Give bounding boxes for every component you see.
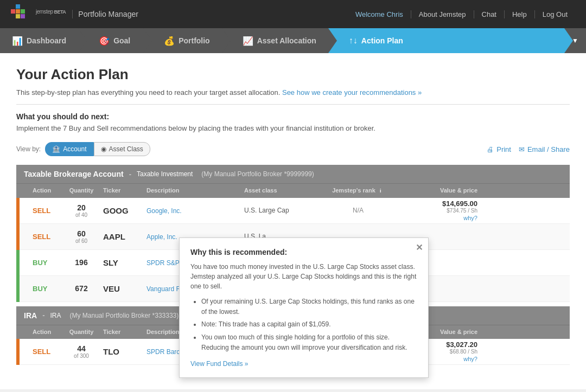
tooltip-popup: ✕ Why this is recommended: You have too … bbox=[179, 237, 429, 378]
print-link[interactable]: Print bbox=[487, 145, 511, 153]
top-nav-links: Welcome Chris About Jemstep Chat Help Lo… bbox=[348, 10, 575, 18]
row-qty-tlo: 44 of 300 bbox=[60, 344, 103, 359]
why-link-goog[interactable]: why? bbox=[463, 215, 477, 221]
table-header: Action Quantity Ticker Description Asset… bbox=[16, 183, 570, 198]
recommendations-link[interactable]: See how we create your recommendations » bbox=[282, 88, 422, 97]
header-ticker-ira: Ticker bbox=[103, 329, 146, 336]
row-action-sell: SELL bbox=[16, 207, 60, 215]
tooltip-bullet: You own too much of this single holding … bbox=[201, 332, 417, 353]
logo-area: jemstepBETA Portfolio Manager bbox=[11, 4, 138, 24]
asset-class-icon: ◉ bbox=[101, 145, 106, 153]
view-by-controls: View by: 🏦 Account ◉ Asset Class bbox=[16, 142, 150, 156]
beta-badge: BETA bbox=[54, 9, 66, 15]
step-arrow bbox=[328, 28, 337, 53]
step-arrow bbox=[143, 28, 152, 53]
view-by-area: View by: 🏦 Account ◉ Asset Class Print E… bbox=[16, 142, 570, 156]
view-right-actions: Print Email / Share bbox=[487, 145, 570, 153]
rank-info-icon[interactable]: i bbox=[377, 188, 384, 195]
row-action-buy-veu: BUY bbox=[16, 285, 60, 293]
step-portfolio-label: Portfolio bbox=[179, 36, 210, 45]
row-ticker-tlo: TLO bbox=[103, 347, 146, 356]
view-fund-details-link[interactable]: View Fund Details » bbox=[190, 360, 249, 368]
section-divider bbox=[16, 104, 570, 105]
step-portfolio[interactable]: 💰 Portfolio bbox=[143, 28, 222, 53]
row-qty-sly: 196 bbox=[60, 258, 103, 267]
asset-allocation-icon: 📈 bbox=[243, 36, 253, 46]
about-jemstep-link[interactable]: About Jemstep bbox=[411, 10, 474, 18]
action-plan-icon: ↑↓ bbox=[349, 36, 358, 46]
step-action-plan[interactable]: ↑↓ Action Plan bbox=[328, 28, 564, 53]
account-name-taxable: Taxable Brokerage Account bbox=[24, 170, 124, 178]
page-title: Your Action Plan bbox=[16, 66, 570, 83]
portfolio-icon: 💰 bbox=[164, 36, 175, 46]
page-subtitle: This step-by-step plan has everything yo… bbox=[16, 88, 570, 97]
step-asset-allocation-label: Asset Allocation bbox=[257, 36, 316, 45]
row-qty-aapl: 60 of 60 bbox=[60, 229, 103, 244]
account-icon: 🏦 bbox=[52, 145, 60, 153]
step-dashboard-label: Dashboard bbox=[27, 36, 66, 45]
account-broker-taxable: (My Manual Portfolio Broker *9999999) bbox=[201, 170, 314, 178]
header-action-ira: Action bbox=[16, 329, 60, 336]
step-dashboard[interactable]: 📊 Dashboard bbox=[0, 28, 78, 53]
welcome-user: Welcome Chris bbox=[348, 10, 411, 18]
header-quantity: Quantity bbox=[60, 187, 103, 195]
row-qty: 20 of 40 bbox=[60, 203, 103, 218]
header-rank: Jemstep's rank i bbox=[315, 187, 402, 195]
row-desc-link-aapl[interactable]: Apple, Inc. bbox=[146, 233, 177, 241]
tooltip-bullets: Of your remaining U.S. Large Cap Stocks … bbox=[190, 297, 417, 353]
row-desc-goog: Google, Inc. bbox=[146, 207, 244, 215]
tooltip-title: Why this is recommended: bbox=[190, 248, 417, 256]
step-asset-allocation[interactable]: 📈 Asset Allocation bbox=[222, 28, 328, 53]
row-action-sell-tlo: SELL bbox=[16, 348, 60, 356]
account-name-ira: IRA bbox=[24, 311, 37, 320]
email-share-link[interactable]: Email / Share bbox=[519, 145, 570, 153]
buy-indicator bbox=[16, 276, 20, 302]
logout-link[interactable]: Log Out bbox=[535, 10, 575, 18]
tooltip-main-text: You have too much money invested in the … bbox=[190, 262, 417, 291]
step-action-plan-label: Action Plan bbox=[361, 36, 403, 45]
row-ticker-veu: VEU bbox=[103, 284, 146, 293]
what-next-description: Implement the 7 Buy and Sell recommendat… bbox=[16, 124, 570, 132]
logo-icon bbox=[11, 4, 30, 24]
account-header-taxable: Taxable Brokerage Account - Taxable Inve… bbox=[16, 165, 570, 183]
portfolio-manager-label: Portfolio Manager bbox=[72, 10, 138, 18]
what-next-label: What you should do next: bbox=[16, 112, 570, 121]
header-ticker: Ticker bbox=[103, 187, 146, 195]
tooltip-bullet: Note: This trade has a capital gain of $… bbox=[201, 319, 417, 330]
view-by-asset-class-button[interactable]: ◉ Asset Class bbox=[94, 142, 150, 156]
row-asset-goog: U.S. Large Cap bbox=[244, 207, 315, 214]
header-value: Value & price bbox=[402, 187, 483, 195]
row-value-goog: $14,695.00 $734.75 / Sh why? bbox=[402, 200, 483, 222]
view-by-label: View by: bbox=[16, 145, 41, 153]
row-qty-veu: 672 bbox=[60, 284, 103, 293]
chat-link[interactable]: Chat bbox=[474, 10, 505, 18]
table-row: SELL 20 of 40 GOOG Google, Inc. U.S. Lar… bbox=[16, 198, 570, 224]
dashboard-icon: 📊 bbox=[12, 36, 23, 46]
sell-indicator bbox=[16, 224, 20, 250]
email-icon bbox=[519, 145, 525, 153]
goal-icon: 🎯 bbox=[99, 36, 110, 46]
logo-name: jemstepBETA bbox=[35, 7, 66, 21]
row-ticker-aapl: AAPL bbox=[103, 232, 146, 241]
step-goal[interactable]: 🎯 Goal bbox=[78, 28, 143, 53]
row-action-buy-sly: BUY bbox=[16, 259, 60, 267]
header-quantity-ira: Quantity bbox=[60, 329, 103, 336]
step-arrow bbox=[222, 28, 231, 53]
help-link[interactable]: Help bbox=[505, 10, 535, 18]
tooltip-bullet: Of your remaining U.S. Large Cap Stocks … bbox=[201, 297, 417, 317]
step-navigation: 📊 Dashboard 🎯 Goal 💰 Portfolio 📈 Asset A… bbox=[0, 28, 586, 53]
row-ticker-sly: SLY bbox=[103, 258, 146, 267]
row-rank-goog: N/A bbox=[315, 207, 402, 214]
buy-indicator bbox=[16, 250, 20, 276]
step-arrow-active bbox=[564, 28, 573, 53]
account-type-ira: IRA bbox=[50, 312, 61, 319]
header-action: Action bbox=[16, 187, 60, 195]
account-type-taxable: Taxable Investment bbox=[137, 170, 193, 178]
main-content: Your Action Plan This step-by-step plan … bbox=[0, 53, 586, 389]
why-link-tlo[interactable]: why? bbox=[463, 356, 477, 362]
view-by-account-button[interactable]: 🏦 Account bbox=[45, 142, 93, 156]
row-ticker-goog: GOOG bbox=[103, 206, 146, 215]
header-description: Description bbox=[146, 187, 244, 195]
row-desc-link-goog[interactable]: Google, Inc. bbox=[146, 207, 182, 215]
tooltip-close-button[interactable]: ✕ bbox=[416, 242, 423, 253]
